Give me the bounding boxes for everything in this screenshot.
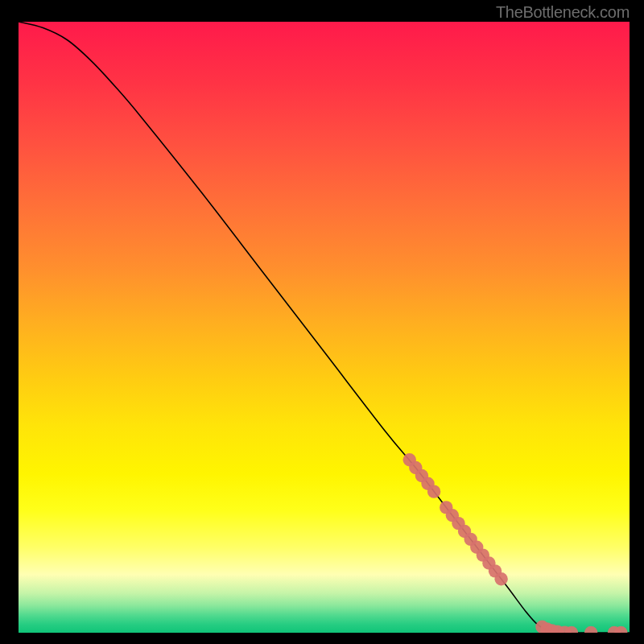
chart-svg-root — [19, 22, 630, 633]
bottleneck-chart — [19, 22, 630, 633]
data-marker — [494, 572, 507, 585]
data-marker — [427, 485, 440, 497]
chart-background-gradient — [19, 22, 630, 633]
attribution-label: TheBottleneck.com — [496, 3, 630, 22]
